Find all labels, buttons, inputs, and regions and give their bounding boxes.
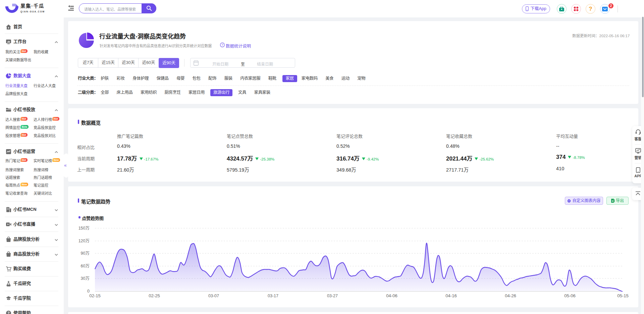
svg-text:05-15: 05-15 [617,293,629,298]
svg-text:02-15: 02-15 [89,293,101,298]
svg-text:04-16: 04-16 [445,293,457,298]
svg-text:03-17: 03-17 [268,294,278,298]
svg-text:x: x [612,199,613,202]
svg-text:?: ? [7,311,9,314]
svg-text:03-27: 03-27 [327,294,338,298]
svg-text:30万: 30万 [81,276,90,281]
svg-text:04-26: 04-26 [505,293,516,298]
svg-text:03-07: 03-07 [208,294,219,298]
svg-text:90万: 90万 [81,251,90,256]
svg-text:150万: 150万 [78,226,90,231]
svg-text:04-06: 04-06 [386,293,397,298]
svg-text:120万: 120万 [78,239,90,243]
svg-text:60万: 60万 [81,264,90,268]
svg-text:02-25: 02-25 [149,293,160,298]
svg-text:05-06: 05-06 [564,293,576,298]
svg-text:?: ? [221,43,223,47]
svg-text:0: 0 [87,289,90,294]
